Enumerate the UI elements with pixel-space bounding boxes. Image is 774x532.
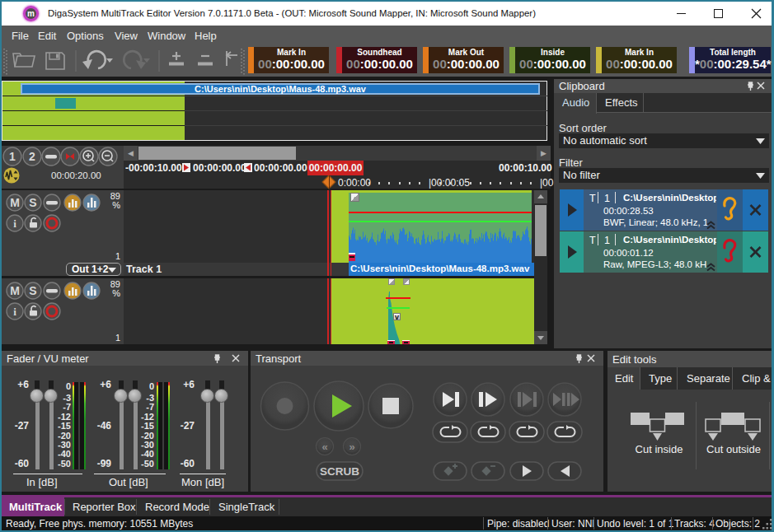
svg-text:S: S: [29, 196, 36, 209]
svg-text:i: i: [13, 306, 16, 318]
svg-text:»: »: [349, 441, 354, 453]
svg-text:2: 2: [29, 150, 35, 163]
svg-text:M: M: [10, 284, 20, 297]
svg-text:i: i: [13, 217, 16, 230]
svg-text:SCRUB: SCRUB: [320, 465, 359, 478]
svg-text:M: M: [10, 196, 20, 209]
svg-text:S: S: [29, 284, 36, 297]
svg-text:1: 1: [9, 150, 16, 163]
svg-text:«: «: [321, 441, 327, 453]
